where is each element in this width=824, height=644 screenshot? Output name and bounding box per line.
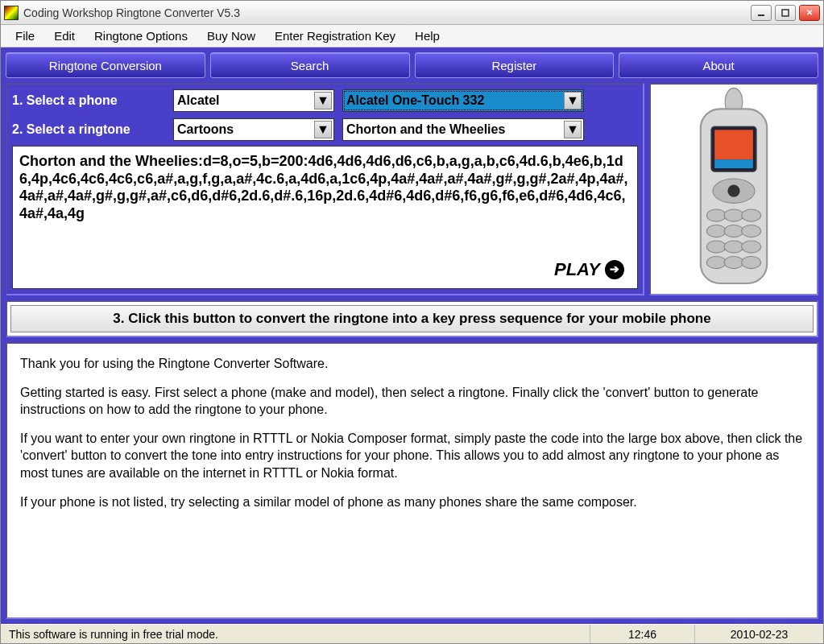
- svg-rect-6: [714, 159, 753, 168]
- window-buttons: ✕: [751, 5, 820, 21]
- svg-point-9: [706, 209, 726, 221]
- instructions-p3: If you want to enter your own ringtone i…: [20, 430, 804, 482]
- ringtone-name-dropdown[interactable]: Chorton and the Wheelies ▼: [342, 118, 584, 141]
- app-icon: [4, 6, 19, 20]
- svg-point-11: [742, 209, 761, 221]
- statusbar: This software is running in free trial m…: [1, 624, 823, 643]
- instructions-panel: Thank you for using the Ringtone Convert…: [6, 342, 818, 619]
- dropdown-arrow-icon: ▼: [314, 92, 332, 109]
- svg-point-16: [724, 241, 743, 253]
- menu-help[interactable]: Help: [405, 26, 449, 46]
- menubar: File Edit Ringtone Options Buy Now Enter…: [1, 25, 823, 47]
- ringtone-label: 2. Select a ringtone: [12, 122, 165, 137]
- instructions-p1: Thank you for using the Ringtone Convert…: [20, 355, 804, 373]
- phone-brand-dropdown[interactable]: Alcatel ▼: [173, 89, 334, 112]
- play-icon: ➔: [605, 260, 624, 279]
- tab-register[interactable]: Register: [415, 52, 615, 78]
- status-date: 2010-02-23: [694, 625, 823, 643]
- phone-image: [681, 85, 786, 294]
- svg-point-10: [724, 209, 743, 221]
- convert-row: 3. Click this button to convert the ring…: [6, 300, 818, 337]
- left-panel: 1. Select a phone Alcatel ▼ Alcatel One-…: [6, 83, 644, 295]
- svg-point-13: [724, 225, 743, 237]
- svg-point-18: [706, 256, 726, 268]
- svg-point-15: [706, 241, 726, 253]
- tab-search[interactable]: Search: [210, 52, 410, 78]
- phone-label: 1. Select a phone: [12, 93, 165, 108]
- instructions-p2: Getting started is easy. First select a …: [20, 384, 804, 419]
- svg-point-17: [742, 241, 761, 253]
- app-window: Coding Workshop Ringtone Converter V5.3 …: [0, 0, 824, 644]
- dropdown-arrow-icon: ▼: [564, 92, 582, 109]
- selectors: 1. Select a phone Alcatel ▼ Alcatel One-…: [12, 89, 638, 141]
- dropdown-arrow-icon: ▼: [314, 121, 332, 138]
- phone-preview: [649, 83, 818, 295]
- ringtone-category-dropdown[interactable]: Cartoons ▼: [173, 118, 334, 141]
- instructions-p4: If your phone is not listed, try selecti…: [20, 493, 804, 511]
- tab-ringtone-conversion[interactable]: Ringtone Conversion: [6, 52, 205, 78]
- phone-brand-value: Alcatel: [177, 93, 219, 108]
- ringtone-name-value: Chorton and the Wheelies: [346, 122, 505, 137]
- maximize-button[interactable]: [775, 5, 796, 21]
- rtttl-code: Chorton and the Wheelies:d=8,o=5,b=200:4…: [19, 153, 631, 258]
- menu-edit[interactable]: Edit: [44, 26, 85, 46]
- client-area: Ringtone Conversion Search Register Abou…: [1, 47, 823, 624]
- upper-area: 1. Select a phone Alcatel ▼ Alcatel One-…: [6, 83, 818, 295]
- tab-about[interactable]: About: [619, 52, 818, 78]
- ringtone-row: 2. Select a ringtone Cartoons ▼ Chorton …: [12, 118, 638, 141]
- rtttl-textarea[interactable]: Chorton and the Wheelies:d=8,o=5,b=200:4…: [12, 146, 638, 289]
- phone-model-value: Alcatel One-Touch 332: [346, 93, 484, 108]
- close-button[interactable]: ✕: [799, 5, 820, 21]
- window-title: Coding Workshop Ringtone Converter V5.3: [23, 6, 751, 19]
- svg-point-19: [724, 256, 743, 268]
- status-time: 12:46: [590, 625, 694, 643]
- dropdown-arrow-icon: ▼: [564, 121, 582, 138]
- phone-row: 1. Select a phone Alcatel ▼ Alcatel One-…: [12, 89, 638, 112]
- menu-enter-registration-key[interactable]: Enter Registration Key: [265, 26, 405, 46]
- svg-point-14: [742, 225, 761, 237]
- tabbar: Ringtone Conversion Search Register Abou…: [6, 52, 818, 78]
- menu-buy-now[interactable]: Buy Now: [197, 26, 265, 46]
- svg-rect-1: [782, 10, 789, 16]
- svg-point-12: [706, 225, 726, 237]
- minimize-button[interactable]: [751, 5, 772, 21]
- play-button[interactable]: PLAY ➔: [548, 258, 631, 282]
- phone-model-dropdown[interactable]: Alcatel One-Touch 332 ▼: [342, 89, 584, 112]
- play-label: PLAY: [554, 259, 600, 280]
- menu-file[interactable]: File: [6, 26, 44, 46]
- convert-button[interactable]: 3. Click this button to convert the ring…: [10, 305, 814, 332]
- menu-ringtone-options[interactable]: Ringtone Options: [85, 26, 197, 46]
- svg-point-8: [727, 185, 739, 197]
- svg-point-20: [742, 256, 761, 268]
- titlebar: Coding Workshop Ringtone Converter V5.3 …: [1, 1, 823, 25]
- ringtone-category-value: Cartoons: [177, 122, 234, 137]
- status-mode: This software is running in free trial m…: [1, 625, 590, 643]
- svg-rect-5: [714, 130, 753, 159]
